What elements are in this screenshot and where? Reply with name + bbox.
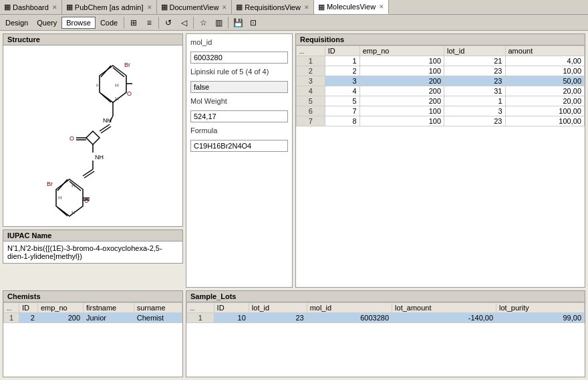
req-id-4: 5: [325, 96, 359, 106]
molweight-label: Mol Weight: [190, 97, 288, 105]
req-amount-1: 10,00: [505, 66, 585, 76]
req-lotid-6: 23: [444, 116, 505, 126]
lipinski-input[interactable]: [190, 81, 288, 93]
chem-empno-0: 200: [37, 313, 83, 323]
requisitions-table-wrapper[interactable]: ... ID emp_no lot_id amount 1 1 100 21 4…: [296, 45, 585, 287]
dashboard-icon: ▦: [4, 3, 11, 11]
refresh-button[interactable]: ↺: [161, 16, 176, 29]
tab-requisitionsview-close[interactable]: ✕: [304, 4, 309, 11]
req-row-5[interactable]: 6 7 100 3 100,00: [297, 106, 585, 116]
req-row-1[interactable]: 2 2 100 23 10,00: [297, 66, 585, 76]
req-col-lotid[interactable]: lot_id: [444, 46, 505, 56]
iupac-value: N'1,N'2-bis({[(1E)-3-bromo-4-oxocyclohex…: [3, 242, 182, 263]
samplelots-table-wrapper[interactable]: ... ID lot_id mol_id lot_amount lot_puri…: [186, 302, 585, 377]
req-lotid-2: 23: [444, 76, 505, 86]
req-row-6[interactable]: 7 8 100 23 100,00: [297, 116, 585, 126]
tab-documentview[interactable]: ▦ DocumentView ✕: [157, 0, 233, 14]
browse-button[interactable]: Browse: [61, 17, 96, 29]
design-button[interactable]: Design: [1, 17, 32, 28]
sl-col-molid[interactable]: mol_id: [307, 303, 392, 313]
molecule-svg: Br O NH: [9, 45, 176, 226]
toolbar-sep-4: [228, 17, 229, 29]
req-lotid-5: 3: [444, 106, 505, 116]
svg-line-23: [57, 179, 67, 191]
req-lotid-3: 31: [444, 86, 505, 96]
tab-moleculesview-close[interactable]: ✕: [379, 3, 384, 10]
mol-id-input[interactable]: [190, 52, 288, 64]
tab-pubchem-label: PubChem [as admin]: [75, 3, 144, 11]
svg-text:O: O: [127, 90, 132, 97]
req-col-empno[interactable]: emp_no: [359, 46, 444, 56]
bottom-section: Chemists ... ID emp_no firstname surname: [3, 290, 585, 377]
code-button[interactable]: Code: [96, 17, 122, 28]
sl-corner[interactable]: ...: [187, 303, 214, 313]
req-rownum-4: 5: [297, 96, 325, 106]
requisitions-table: ... ID emp_no lot_id amount 1 1 100 21 4…: [296, 45, 585, 126]
list-view-button[interactable]: ≡: [142, 16, 156, 29]
svg-marker-0: [100, 66, 126, 102]
chem-col-empno[interactable]: emp_no: [37, 303, 83, 313]
structure-title: Structure: [3, 34, 182, 45]
req-amount-3: 20,00: [505, 86, 585, 96]
sl-col-lotamount[interactable]: lot_amount: [392, 303, 496, 313]
documentview-icon: ▦: [161, 3, 168, 11]
req-rownum-5: 6: [297, 106, 325, 116]
query-button[interactable]: Query: [33, 17, 61, 28]
chemists-table: ... ID emp_no firstname surname 1 2 200 …: [3, 302, 182, 323]
sl-id-0: 10: [214, 313, 249, 323]
sl-expand-btn[interactable]: ...: [190, 305, 195, 312]
req-id-3: 4: [325, 86, 359, 96]
structure-canvas[interactable]: Br O NH: [3, 45, 182, 226]
tab-requisitionsview-label: RequisitionsView: [245, 3, 301, 11]
svg-text:H: H: [58, 195, 62, 201]
req-empno-2: 200: [359, 76, 444, 86]
tab-dashboard-close[interactable]: ✕: [52, 4, 57, 11]
chem-col-surname[interactable]: surname: [134, 303, 182, 313]
tab-pubchem[interactable]: ▦ PubChem [as admin] ✕: [62, 0, 157, 14]
iupac-title: IUPAC Name: [3, 230, 182, 242]
lipinski-label: Lipinski rule of 5 (4 of 4): [190, 68, 288, 76]
req-row-2[interactable]: 3 3 200 23 50,00: [297, 76, 585, 86]
tab-requisitionsview[interactable]: ▦ RequisitionsView ✕: [232, 0, 314, 14]
sl-molid-0: 6003280: [307, 313, 392, 323]
tab-moleculesview[interactable]: ▦ MoleculesView ✕: [314, 0, 389, 14]
chem-corner[interactable]: ...: [4, 303, 19, 313]
formula-input[interactable]: [190, 140, 288, 152]
tab-pubchem-close[interactable]: ✕: [147, 4, 152, 11]
svg-text:H: H: [71, 209, 76, 215]
chem-col-firstname[interactable]: firstname: [84, 303, 134, 313]
chem-rownum-0: 1: [4, 313, 19, 323]
toolbar-sep-2: [158, 17, 159, 29]
tab-dashboard[interactable]: ▦ Dashboard ✕: [0, 0, 62, 14]
req-col-amount[interactable]: amount: [505, 46, 585, 56]
req-amount-4: 20,00: [505, 96, 585, 106]
chem-col-id[interactable]: ID: [19, 303, 38, 313]
chem-firstname-0: Junior: [84, 313, 134, 323]
req-expand-btn[interactable]: ...: [299, 48, 305, 55]
tab-documentview-close[interactable]: ✕: [222, 4, 227, 11]
req-amount-5: 100,00: [505, 106, 585, 116]
filter-button[interactable]: ▥: [211, 16, 226, 29]
nav-back-button[interactable]: ◁: [176, 16, 191, 29]
req-empno-1: 100: [359, 66, 444, 76]
req-col-id[interactable]: ID: [325, 46, 359, 56]
sl-col-lotpurity[interactable]: lot_purity: [496, 303, 585, 313]
chem-expand-btn[interactable]: ...: [7, 305, 12, 312]
svg-text:H: H: [96, 82, 100, 88]
sl-col-id[interactable]: ID: [214, 303, 249, 313]
chem-row-0[interactable]: 1 2 200 Junior Chemist: [4, 313, 182, 323]
chemists-table-wrapper[interactable]: ... ID emp_no firstname surname 1 2 200 …: [3, 302, 182, 377]
mol-id-label: mol_id: [190, 38, 288, 46]
molweight-input[interactable]: [190, 110, 288, 122]
req-row-0[interactable]: 1 1 100 21 4,00: [297, 56, 585, 66]
sl-row-0[interactable]: 1 10 23 6003280 -140,00 99,00: [187, 313, 585, 323]
req-corner[interactable]: ...: [297, 46, 325, 56]
req-row-3[interactable]: 4 4 200 31 20,00: [297, 86, 585, 96]
save-button[interactable]: 💾: [231, 16, 245, 29]
req-row-4[interactable]: 5 5 200 1 20,00: [297, 96, 585, 106]
samplelots-panel: Sample_Lots ... ID lot_id mol_id lot_amo…: [186, 290, 585, 377]
sl-col-lotid[interactable]: lot_id: [249, 303, 307, 313]
star-button[interactable]: ☆: [196, 16, 210, 29]
grid-view-button[interactable]: ⊞: [126, 16, 141, 29]
export-button[interactable]: ⊡: [246, 16, 261, 29]
